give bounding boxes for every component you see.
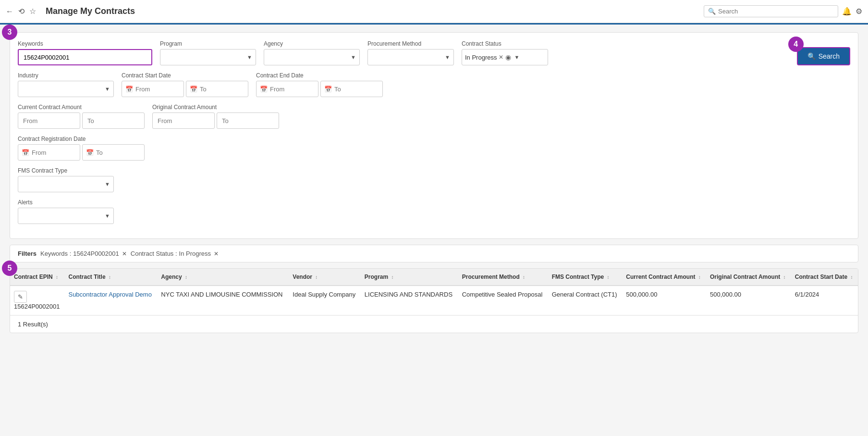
table-header: Contract EPIN ↕ Contract Title ↕ Agency … bbox=[10, 269, 858, 286]
agency-select[interactable] bbox=[264, 49, 360, 65]
row-edit-cell: ✎ 15624P0002001 bbox=[10, 286, 64, 315]
contract-status-active-value: In Progress bbox=[179, 250, 211, 257]
procurement-select[interactable] bbox=[367, 49, 454, 65]
th-agency: Agency ↕ bbox=[157, 269, 289, 286]
active-filters-bar: Filters Keywords : 15624P0002001 ✕ Contr… bbox=[10, 245, 858, 262]
results-table: Contract EPIN ↕ Contract Title ↕ Agency … bbox=[10, 269, 858, 315]
notifications-icon[interactable]: 🔔 bbox=[842, 7, 852, 16]
th-vendor: Vendor ↕ bbox=[289, 269, 360, 286]
sort-procurement-icon[interactable]: ↕ bbox=[523, 274, 525, 280]
contract-start-to-wrapper: 📅 bbox=[186, 81, 248, 97]
fms-filter-row: FMS Contract Type ▼ bbox=[18, 167, 850, 192]
sort-title-icon[interactable]: ↕ bbox=[109, 274, 111, 280]
row-program: LICENSING AND STANDARDS bbox=[365, 291, 452, 298]
sort-vendor-icon[interactable]: ↕ bbox=[315, 274, 318, 280]
sort-agency-icon[interactable]: ↕ bbox=[185, 274, 187, 280]
alerts-filter-group: Alerts ▼ bbox=[18, 199, 114, 224]
contract-status-label: Contract Status bbox=[462, 40, 548, 47]
th-procurement: Procurement Method ↕ bbox=[458, 269, 548, 286]
keywords-active-remove-icon[interactable]: ✕ bbox=[122, 250, 127, 257]
contract-start-to-input[interactable] bbox=[186, 81, 248, 97]
agency-filter-group: Agency ▼ bbox=[264, 40, 360, 65]
edit-row-button[interactable]: ✎ bbox=[14, 291, 27, 303]
contract-reg-date-inputs: 📅 📅 bbox=[18, 144, 145, 161]
industry-filter-group: Industry ▼ bbox=[18, 72, 114, 97]
row-original-amount: 500,000.00 bbox=[710, 291, 741, 298]
row-title-link[interactable]: Subcontractor Approval Demo bbox=[68, 291, 151, 298]
row-program-cell: LICENSING AND STANDARDS bbox=[361, 286, 458, 315]
primary-filter-row: Keywords Program ▼ Agency bbox=[18, 40, 850, 65]
search-button-label: Search bbox=[819, 52, 840, 60]
program-select-wrapper: ▼ bbox=[160, 49, 256, 65]
sort-epin-icon[interactable]: ↕ bbox=[56, 274, 58, 280]
settings-icon[interactable]: ⚙ bbox=[856, 7, 862, 16]
contract-end-date-label: Contract End Date bbox=[256, 72, 383, 79]
top-bar-right: 🔍 🔔 ⚙ bbox=[704, 5, 862, 17]
fms-select-wrapper: ▼ bbox=[18, 176, 114, 192]
alerts-select[interactable] bbox=[18, 208, 114, 224]
row-start-date-cell: 6/1/2024 bbox=[791, 286, 858, 315]
contract-reg-date-group: Contract Registration Date 📅 📅 bbox=[18, 136, 145, 161]
original-amount-from-input[interactable] bbox=[152, 112, 215, 129]
results-section: 5 Contract EPIN ↕ Contract Title ↕ bbox=[10, 268, 858, 333]
back-icon[interactable]: ← bbox=[6, 7, 13, 16]
contract-status-active-label: Contract Status : bbox=[131, 250, 177, 257]
original-amount-inputs bbox=[152, 112, 279, 129]
contract-end-from-input[interactable] bbox=[256, 81, 318, 97]
table-row: ✎ 15624P0002001 Subcontractor Approval D… bbox=[10, 286, 858, 315]
history-icon[interactable]: ⟲ bbox=[18, 7, 24, 16]
amount-filter-row: Current Contract Amount Original Contrac… bbox=[18, 104, 850, 129]
sort-current-amount-icon[interactable]: ↕ bbox=[698, 274, 701, 280]
reg-from-input[interactable] bbox=[18, 144, 80, 161]
program-select[interactable] bbox=[160, 49, 256, 65]
sort-start-date-icon[interactable]: ↕ bbox=[850, 274, 853, 280]
current-amount-from-input[interactable] bbox=[18, 112, 80, 129]
row-current-amount: 500,000.00 bbox=[626, 291, 657, 298]
contract-end-to-input[interactable] bbox=[320, 81, 383, 97]
contract-status-clear-icon[interactable]: ◉ bbox=[505, 53, 511, 61]
contract-status-remove-icon[interactable]: ✕ bbox=[499, 54, 503, 61]
search-icon: 🔍 bbox=[708, 8, 716, 15]
contract-status-tag: In Progress ✕ bbox=[465, 54, 503, 61]
row-fms-type-cell: General Contract (CT1) bbox=[548, 286, 623, 315]
page-title: Manage My Contracts bbox=[46, 6, 135, 16]
table-header-row: Contract EPIN ↕ Contract Title ↕ Agency … bbox=[10, 269, 858, 286]
keywords-active-label: Keywords : bbox=[40, 250, 71, 257]
original-amount-to-input[interactable] bbox=[217, 112, 279, 129]
search-button[interactable]: 🔍 Search bbox=[797, 47, 850, 65]
contract-status-chevron-icon[interactable]: ▼ bbox=[514, 54, 519, 60]
current-amount-to-input[interactable] bbox=[82, 112, 145, 129]
industry-select-wrapper: ▼ bbox=[18, 81, 114, 97]
star-icon[interactable]: ☆ bbox=[29, 7, 36, 16]
global-search-input[interactable] bbox=[718, 8, 834, 15]
contract-status-active-remove-icon[interactable]: ✕ bbox=[214, 250, 219, 257]
contract-start-from-wrapper: 📅 bbox=[122, 81, 184, 97]
sort-program-icon[interactable]: ↕ bbox=[391, 274, 394, 280]
agency-label: Agency bbox=[264, 40, 360, 47]
contract-start-date-inputs: 📅 📅 bbox=[122, 81, 248, 97]
contract-status-active-filter: Contract Status : In Progress ✕ bbox=[131, 250, 219, 257]
sort-original-amount-icon[interactable]: ↕ bbox=[783, 274, 786, 280]
global-search-bar[interactable]: 🔍 bbox=[704, 5, 838, 17]
procurement-select-wrapper: ▼ bbox=[367, 49, 454, 65]
contract-status-wrapper: In Progress ✕ ◉ ▼ bbox=[462, 49, 548, 65]
alerts-filter-row: Alerts ▼ bbox=[18, 199, 850, 224]
keywords-active-filter: Keywords : 15624P0002001 ✕ bbox=[40, 250, 127, 257]
reg-to-input[interactable] bbox=[82, 144, 145, 161]
agency-select-wrapper: ▼ bbox=[264, 49, 360, 65]
fms-contract-type-select[interactable] bbox=[18, 176, 114, 192]
current-amount-label: Current Contract Amount bbox=[18, 104, 145, 111]
primary-filter-section: Keywords Program ▼ Agency bbox=[10, 32, 858, 239]
row-title-cell: Subcontractor Approval Demo bbox=[64, 286, 157, 315]
row-agency: NYC TAXI AND LIMOUSINE COMMISSION bbox=[161, 291, 282, 298]
keywords-input[interactable] bbox=[18, 49, 152, 65]
fms-contract-type-label: FMS Contract Type bbox=[18, 167, 114, 174]
contract-end-date-inputs: 📅 📅 bbox=[256, 81, 383, 97]
row-epin: 15624P0002001 bbox=[14, 303, 60, 310]
industry-select[interactable] bbox=[18, 81, 114, 97]
sort-fms-type-icon[interactable]: ↕ bbox=[607, 274, 610, 280]
contract-start-from-input[interactable] bbox=[122, 81, 184, 97]
filters-label: Filters bbox=[18, 250, 37, 257]
step-4-badge: 4 bbox=[788, 37, 804, 52]
alerts-select-wrapper: ▼ bbox=[18, 208, 114, 224]
